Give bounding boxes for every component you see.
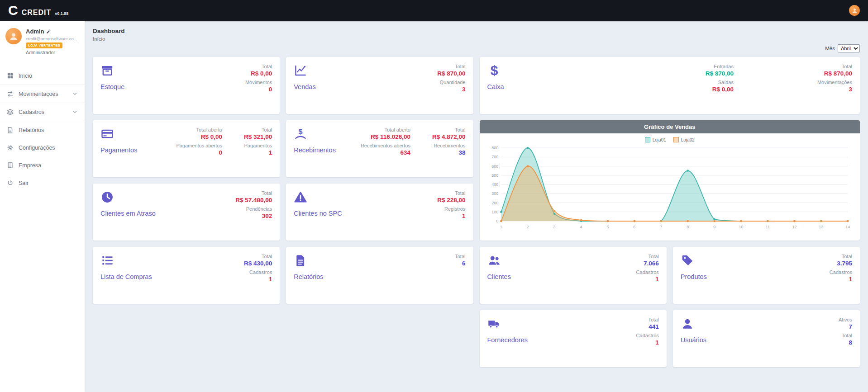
card-title-vendas[interactable]: Vendas [294, 83, 315, 90]
stat-value: 1 [462, 213, 466, 219]
user-role: Administrador [26, 50, 77, 55]
stat-value: 1 [269, 276, 272, 283]
edit-pencil-icon[interactable] [46, 29, 51, 34]
chart-legend: Loja01 Loja02 [484, 135, 856, 143]
card-title-produtos[interactable]: Produtos [681, 273, 707, 280]
sidebar-menu: Início Movimentações Cadastros Relatório… [0, 67, 85, 192]
stat-label: Total [455, 127, 465, 132]
stat-value: R$ 870,00 [437, 70, 465, 77]
stat-label: Pagamentos [244, 143, 272, 148]
sidebar-item-label: Relatórios [19, 127, 44, 133]
stat-value: 38 [458, 149, 465, 156]
dollar-icon: $ [487, 64, 501, 77]
right-quad-cards: Clientes Total 7.066 Cadastros 1 [480, 247, 860, 367]
card-produtos: Produtos Total 3.795 Cadastros 1 [673, 247, 860, 304]
stat-value: 0 [269, 86, 272, 93]
stat-label: Pendências [246, 206, 272, 212]
stat-label: Cadastros [636, 269, 659, 275]
avatar [5, 28, 22, 44]
month-filter: Mês Abril [93, 44, 860, 52]
user-name-text: Admin [26, 28, 44, 35]
legend-item-loja02: Loja02 [673, 137, 695, 142]
stat-value: R$ 228,00 [437, 197, 465, 203]
app-logo: C [8, 4, 18, 17]
stat-label: Total [262, 190, 272, 196]
sidebar-item-label: Configurações [19, 145, 55, 151]
svg-text:5: 5 [606, 225, 609, 229]
sidebar-item-inicio[interactable]: Início [0, 67, 85, 85]
card-title-recebimentos[interactable]: Recebimentos [294, 146, 336, 154]
stat-label: Movimentos [245, 80, 272, 85]
svg-text:500: 500 [491, 173, 498, 178]
svg-text:4: 4 [580, 225, 582, 229]
stat-value: 8 [849, 339, 852, 346]
card-pagamentos: Pagamentos Total aberto R$ 0,00 Pagament… [93, 120, 280, 177]
power-icon [7, 179, 14, 186]
layers-icon [7, 109, 14, 115]
stat-label: Cadastros [636, 333, 659, 338]
stat-value: 3 [462, 86, 466, 93]
svg-text:3: 3 [553, 225, 555, 229]
breadcrumb: Início [93, 36, 860, 42]
stat-label: Total [842, 64, 852, 69]
sidebar-item-movimentacoes[interactable]: Movimentações [0, 85, 85, 103]
credit-card-icon [100, 127, 114, 141]
stat-label: Total [842, 333, 852, 338]
card-vendas: Vendas Total R$ 870,00 Quantidade 3 [286, 57, 473, 114]
svg-text:12: 12 [792, 225, 796, 229]
card-title-fornecedores[interactable]: Fornecedores [487, 336, 528, 344]
building-icon [7, 162, 14, 169]
card-relatorios: Relatórios Total 6 [286, 247, 473, 304]
exchange-arrows-icon [7, 90, 14, 97]
svg-text:0: 0 [496, 219, 498, 223]
tag-icon [681, 254, 694, 267]
stat-value: 0 [219, 149, 222, 156]
document-icon [7, 127, 14, 133]
page-header: Dashboard Início [93, 28, 860, 42]
stat-label: Pagamentos abertos [176, 143, 222, 148]
card-title-clientes-no-spc[interactable]: Clientes no SPC [294, 210, 342, 217]
sidebar-item-sair[interactable]: Sair [0, 174, 85, 192]
sidebar-item-relatorios[interactable]: Relatórios [0, 121, 85, 139]
stat-value: R$ 321,00 [244, 133, 272, 140]
stat-value: R$ 870,00 [706, 70, 734, 77]
hand-dollar-icon: $ [294, 127, 307, 141]
legend-item-loja01: Loja01 [645, 137, 666, 142]
stat-label: Total [455, 190, 465, 196]
stat-value: 6 [462, 260, 466, 267]
stat-value: R$ 870,00 [824, 70, 852, 77]
card-title-lista-de-compras[interactable]: Lista de Compras [100, 273, 152, 280]
card-title-estoque[interactable]: Estoque [100, 83, 124, 90]
warning-triangle-icon [294, 190, 307, 204]
card-title-clientes-em-atraso[interactable]: Clientes em Atraso [100, 210, 156, 217]
svg-text:400: 400 [491, 182, 498, 187]
file-lines-icon [294, 254, 307, 267]
right-cards: $ Caixa Entradas R$ 870,00 Saídas R$ 0,0… [480, 57, 860, 367]
svg-text:1: 1 [500, 225, 502, 229]
user-avatar[interactable] [849, 5, 860, 16]
card-caixa: $ Caixa Entradas R$ 870,00 Saídas R$ 0,0… [480, 57, 860, 114]
stat-value: 1 [655, 276, 659, 283]
stat-label: Registros [444, 206, 465, 212]
sidebar-item-configuracoes[interactable]: Configurações [0, 139, 85, 156]
card-title-clientes[interactable]: Clientes [487, 273, 511, 280]
card-recebimentos: $ Recebimentos Total aberto R$ 116.026,0… [286, 120, 473, 177]
archive-icon [100, 64, 114, 77]
stat-label: Total [649, 317, 659, 322]
card-title-caixa[interactable]: Caixa [487, 83, 504, 90]
month-select[interactable]: Abril [838, 44, 860, 52]
sidebar-item-cadastros[interactable]: Cadastros [0, 103, 85, 121]
stat-label: Total [455, 64, 465, 69]
store-badge: LOJA VERTENTES [26, 43, 62, 48]
svg-text:300: 300 [491, 191, 498, 196]
sidebar-item-label: Movimentações [19, 91, 58, 97]
card-title-usuarios[interactable]: Usuários [681, 336, 706, 344]
stat-value: 302 [262, 213, 272, 219]
svg-text:600: 600 [491, 164, 498, 169]
stat-label: Ativos [839, 317, 852, 322]
app-version: v0.1.88 [55, 11, 68, 16]
card-title-pagamentos[interactable]: Pagamentos [100, 146, 137, 154]
sidebar-item-empresa[interactable]: Empresa [0, 156, 85, 174]
legend-swatch-loja01 [645, 137, 650, 142]
card-title-relatorios[interactable]: Relatórios [294, 273, 323, 280]
